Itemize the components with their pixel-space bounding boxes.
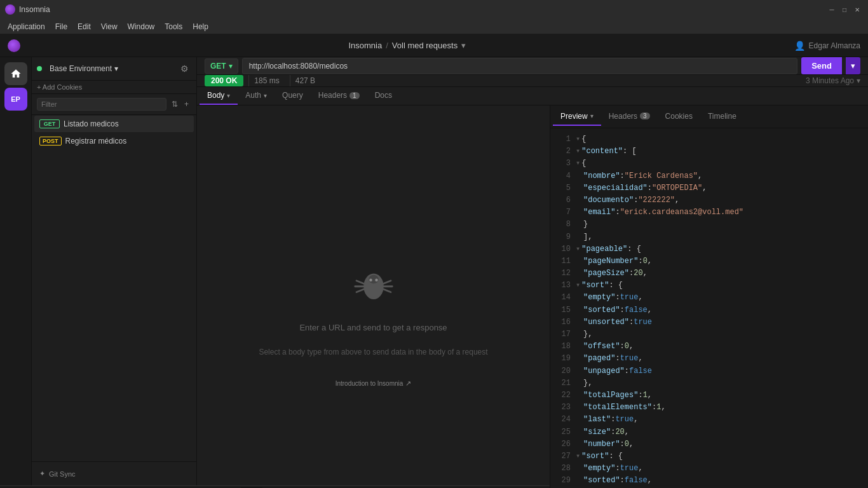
tab-timeline[interactable]: Timeline (700, 108, 744, 126)
line-number: 15 (555, 304, 576, 316)
collapse-toggle[interactable]: ▾ (576, 243, 580, 255)
json-line: 18 "offset": 0, (553, 341, 865, 353)
line-number: 19 (555, 353, 576, 365)
tab-timeline-label: Timeline (708, 112, 736, 121)
line-number: 28 (555, 463, 576, 475)
tab-preview[interactable]: Preview ▾ (553, 108, 601, 126)
send-button[interactable]: Send (801, 57, 842, 74)
env-arrow: ▾ (114, 64, 118, 73)
request-item-registrar[interactable]: POST Registrar médicos (34, 133, 194, 149)
json-line: 26 "number": 0, (553, 438, 865, 451)
line-number: 29 (555, 475, 576, 487)
method-badge-post: POST (39, 137, 62, 146)
json-line: 7 "email": "erick.cardeanas2@voll.med" (553, 207, 865, 219)
json-line: 16 "unsorted": true (553, 316, 865, 329)
collapse-toggle[interactable]: ▾ (576, 280, 580, 292)
tab-docs[interactable]: Docs (367, 87, 400, 105)
line-number: 18 (555, 341, 576, 353)
request-item-listado[interactable]: GET Listado medicos (34, 116, 194, 132)
env-selector[interactable]: Base Environment ▾ (47, 63, 121, 74)
time-ago-arrow: ▾ (857, 76, 860, 85)
env-name: Base Environment (50, 64, 112, 73)
json-line: 1▾ { (553, 133, 865, 146)
menu-tools[interactable]: Tools (159, 21, 187, 32)
response-tabs: Preview ▾ Headers 3 Cookies Timeline (550, 105, 868, 128)
line-number: 12 (555, 268, 576, 280)
ep-button[interactable]: EP (4, 88, 27, 111)
title-bar-title: Insomnia (19, 5, 50, 14)
tab-auth-arrow: ▾ (264, 92, 267, 99)
workspace-arrow[interactable]: ▾ (461, 41, 466, 50)
tab-query[interactable]: Query (275, 87, 311, 105)
tab-headers-badge: 1 (349, 92, 360, 99)
tab-headers-label: Headers (318, 91, 347, 100)
request-name-registrar: Registrar médicos (65, 137, 127, 146)
json-line: 3▾ { (553, 158, 865, 170)
menu-application[interactable]: Application (3, 21, 50, 32)
collapse-toggle[interactable]: ▾ (576, 146, 580, 158)
tab-cookies[interactable]: Cookies (658, 108, 700, 126)
main-content: GET ▾ Send ▾ 200 OK 185 ms 427 B 3 Minut… (197, 57, 868, 485)
git-sync-button[interactable]: ✦ Git Sync (37, 467, 191, 480)
add-cookies-button[interactable]: + Add Cookies (32, 81, 196, 94)
line-number: 22 (555, 390, 576, 402)
collapse-toggle[interactable]: ▾ (576, 158, 580, 170)
send-dropdown-button[interactable]: ▾ (846, 57, 860, 74)
line-number: 11 (555, 255, 576, 268)
collapse-toggle[interactable]: ▾ (576, 451, 580, 463)
response-panel: Preview ▾ Headers 3 Cookies Timeline (550, 105, 868, 488)
json-line: 17 }, (553, 329, 865, 341)
json-line: 24 "last": true, (553, 414, 865, 426)
intro-link[interactable]: Introduction to Insomnia ↗ (336, 379, 412, 388)
request-panel: Enter a URL and send to get a response S… (197, 105, 550, 488)
maximize-button[interactable]: □ (839, 4, 850, 15)
filter-input[interactable] (37, 98, 166, 111)
tab-auth[interactable]: Auth ▾ (238, 87, 275, 105)
line-number: 13 (555, 280, 576, 292)
collapse-toggle[interactable]: ▾ (576, 133, 580, 146)
app-name: Insomnia (348, 41, 382, 50)
tab-headers[interactable]: Headers 1 (311, 87, 367, 105)
minimize-button[interactable]: ─ (826, 4, 837, 15)
settings-button[interactable]: ⚙ (178, 62, 191, 75)
json-line: 14 "empty": true, (553, 292, 865, 304)
sidebar-bottom: ✦ Git Sync (32, 461, 196, 485)
line-number: 3 (555, 158, 576, 170)
menu-window[interactable]: Window (123, 21, 160, 32)
json-line: 5 "especialidad": "ORTOPEDIA", (553, 182, 865, 194)
menu-file[interactable]: File (50, 21, 72, 32)
menu-bar: Application File Edit View Window Tools … (0, 19, 868, 34)
line-number: 10 (555, 243, 576, 255)
line-number: 4 (555, 170, 576, 182)
home-button[interactable] (4, 62, 27, 85)
icon-sidebar: EP (0, 57, 32, 485)
method-arrow: ▾ (229, 62, 233, 71)
json-line: 9 ], (553, 231, 865, 243)
svg-point-8 (369, 278, 372, 281)
tab-cookies-label: Cookies (665, 112, 693, 121)
menu-help[interactable]: Help (187, 21, 214, 32)
menu-edit[interactable]: Edit (72, 21, 96, 32)
workspace-name[interactable]: Voll med requests (392, 41, 458, 50)
sort-button[interactable]: ⇅ (169, 98, 180, 110)
line-number: 25 (555, 426, 576, 438)
line-number: 24 (555, 414, 576, 426)
json-viewer: 1▾ {2▾ "content": [3▾ {4 "nombre": "Eric… (550, 128, 868, 488)
status-badge: 200 OK (205, 75, 243, 86)
window-controls: ─ □ ✕ (826, 4, 863, 15)
close-button[interactable]: ✕ (851, 4, 863, 15)
method-badge-get: GET (39, 119, 60, 128)
tab-docs-label: Docs (375, 91, 392, 100)
time-ago-label: 3 Minutes Ago (806, 76, 854, 85)
user-section: 👤 Edgar Almanza (794, 41, 860, 51)
add-request-button[interactable]: + (182, 98, 191, 110)
method-selector[interactable]: GET ▾ (205, 58, 238, 74)
menu-view[interactable]: View (96, 21, 123, 32)
svg-line-7 (383, 289, 390, 292)
json-line: 20 "unpaged": false (553, 365, 865, 377)
tab-resp-headers[interactable]: Headers 3 (601, 108, 658, 126)
url-input[interactable] (242, 58, 798, 74)
user-icon: 👤 (794, 41, 805, 51)
header-separator: / (386, 41, 388, 50)
tab-body[interactable]: Body ▾ (200, 87, 238, 105)
